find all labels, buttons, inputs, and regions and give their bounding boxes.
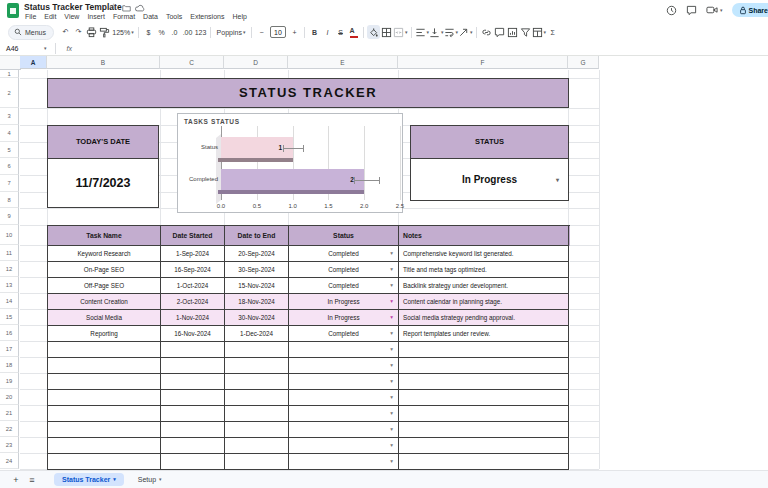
table-cell[interactable]: On-Page SEO [48, 262, 161, 278]
column-header-c[interactable]: C [160, 56, 224, 69]
row-header-22[interactable]: 22 [0, 421, 19, 437]
dropdown-caret-icon[interactable]: ▾ [390, 246, 393, 261]
table-header-cell[interactable]: Task Name [48, 226, 161, 246]
dropdown-caret-icon[interactable]: ▾ [390, 326, 393, 341]
table-header-cell[interactable]: Status [289, 226, 399, 246]
sheets-logo-icon[interactable] [7, 3, 19, 18]
merge-cells-button[interactable]: ▾ [393, 25, 408, 39]
table-cell[interactable]: Content Creation [48, 294, 161, 310]
column-header-b[interactable]: B [47, 56, 160, 69]
fill-color-button[interactable] [367, 25, 380, 39]
table-cell[interactable]: 1-Nov-2024 [161, 310, 225, 326]
notes-cell[interactable] [399, 454, 569, 470]
table-header-cell[interactable]: Date Started [161, 226, 225, 246]
table-cell[interactable] [225, 438, 289, 454]
paint-format-button[interactable] [98, 25, 111, 39]
notes-cell[interactable] [399, 374, 569, 390]
increase-font-size-button[interactable]: + [288, 25, 301, 39]
text-wrap-button[interactable]: ▾ [444, 25, 459, 39]
table-cell[interactable] [48, 406, 161, 422]
table-cell[interactable] [225, 374, 289, 390]
bold-button[interactable]: B [308, 25, 321, 39]
status-cell[interactable]: Completed▾ [289, 326, 399, 342]
move-folder-icon[interactable] [122, 4, 131, 12]
insert-link-button[interactable] [480, 25, 493, 39]
row-header-23[interactable]: 23 [0, 437, 19, 453]
table-cell[interactable] [225, 454, 289, 470]
table-cell[interactable] [225, 406, 289, 422]
status-cell[interactable]: ▾ [289, 390, 399, 406]
menu-view[interactable]: View [61, 12, 82, 22]
table-cell[interactable] [161, 438, 225, 454]
decrease-font-size-button[interactable]: − [255, 25, 268, 39]
column-header-a[interactable]: A [20, 56, 47, 69]
row-header-5[interactable]: 5 [0, 142, 19, 158]
table-cell[interactable]: 16-Nov-2024 [161, 326, 225, 342]
table-cell[interactable] [48, 358, 161, 374]
select-all-corner[interactable] [0, 56, 21, 70]
version-history-icon[interactable] [666, 5, 677, 16]
table-cell[interactable]: 30-Sep-2024 [225, 262, 289, 278]
table-cell[interactable]: 1-Oct-2024 [161, 278, 225, 294]
decrease-decimals-button[interactable]: .0 [168, 25, 181, 39]
row-header-11[interactable]: 11 [0, 245, 19, 261]
tab-setup[interactable]: Setup ▾ [130, 473, 170, 486]
status-dropdown[interactable]: In Progress ▾ [411, 159, 568, 201]
status-cell[interactable]: In Progress▾ [289, 294, 399, 310]
table-cell[interactable]: 2-Oct-2024 [161, 294, 225, 310]
print-button[interactable] [85, 25, 98, 39]
dropdown-caret-icon[interactable]: ▾ [390, 262, 393, 277]
row-header-4[interactable]: 4 [0, 125, 19, 142]
dropdown-caret-icon[interactable]: ▾ [390, 342, 393, 357]
row-header-21[interactable]: 21 [0, 405, 19, 421]
row-header-20[interactable]: 20 [0, 389, 19, 405]
table-header-cell[interactable]: Date to End [225, 226, 289, 246]
notes-cell[interactable] [399, 358, 569, 374]
status-cell[interactable]: Completed▾ [289, 246, 399, 262]
menu-extensions[interactable]: Extensions [187, 12, 227, 22]
insert-chart-button[interactable] [506, 25, 519, 39]
format-currency-button[interactable]: $ [142, 25, 155, 39]
tab-status-tracker[interactable]: Status Tracker ▾ [54, 473, 124, 486]
dropdown-caret-icon[interactable]: ▾ [390, 438, 393, 453]
row-header-7[interactable]: 7 [0, 175, 19, 192]
row-header-16[interactable]: 16 [0, 325, 19, 341]
todays-date-box[interactable]: TODAY'S DATE 11/7/2023 [47, 125, 159, 208]
status-cell[interactable]: ▾ [289, 342, 399, 358]
table-cell[interactable] [161, 358, 225, 374]
table-cell[interactable] [161, 406, 225, 422]
row-header-19[interactable]: 19 [0, 373, 19, 389]
column-header-f[interactable]: F [398, 56, 568, 69]
menu-tools[interactable]: Tools [163, 12, 185, 22]
column-header-d[interactable]: D [224, 56, 288, 69]
notes-cell[interactable] [399, 438, 569, 454]
font-family-select[interactable]: Poppins ▾ [214, 25, 248, 39]
table-cell[interactable] [161, 342, 225, 358]
status-cell[interactable]: ▾ [289, 454, 399, 470]
notes-cell[interactable] [399, 422, 569, 438]
column-header-g[interactable]: G [568, 56, 599, 69]
chevron-down-icon[interactable]: ▾ [113, 477, 116, 482]
row-header-3[interactable]: 3 [0, 108, 19, 125]
dropdown-caret-icon[interactable]: ▾ [390, 294, 393, 309]
chevron-down-icon[interactable]: ▾ [720, 8, 723, 13]
table-cell[interactable] [225, 422, 289, 438]
row-header-15[interactable]: 15 [0, 309, 19, 325]
row-header-8[interactable]: 8 [0, 192, 19, 208]
notes-cell[interactable]: Content calendar in planning stage. [399, 294, 569, 310]
row-header-6[interactable]: 6 [0, 158, 19, 175]
borders-button[interactable] [380, 25, 393, 39]
row-header-13[interactable]: 13 [0, 277, 19, 293]
comment-history-icon[interactable] [686, 5, 697, 16]
star-icon[interactable]: ☆ [110, 2, 117, 11]
format-percent-button[interactable]: % [155, 25, 168, 39]
table-cell[interactable]: 15-Nov-2024 [225, 278, 289, 294]
row-header-2[interactable]: 2 [0, 78, 19, 108]
tasks-status-chart[interactable]: TASKS STATUS 0.00.51.01.52.02.5Status1Co… [177, 113, 403, 213]
status-cell[interactable]: Completed▾ [289, 262, 399, 278]
dropdown-caret-icon[interactable]: ▾ [556, 159, 559, 201]
menus-search-button[interactable]: Menus [8, 25, 54, 40]
dropdown-caret-icon[interactable]: ▾ [390, 454, 393, 469]
column-header-e[interactable]: E [288, 56, 398, 69]
status-cell[interactable]: Completed▾ [289, 278, 399, 294]
